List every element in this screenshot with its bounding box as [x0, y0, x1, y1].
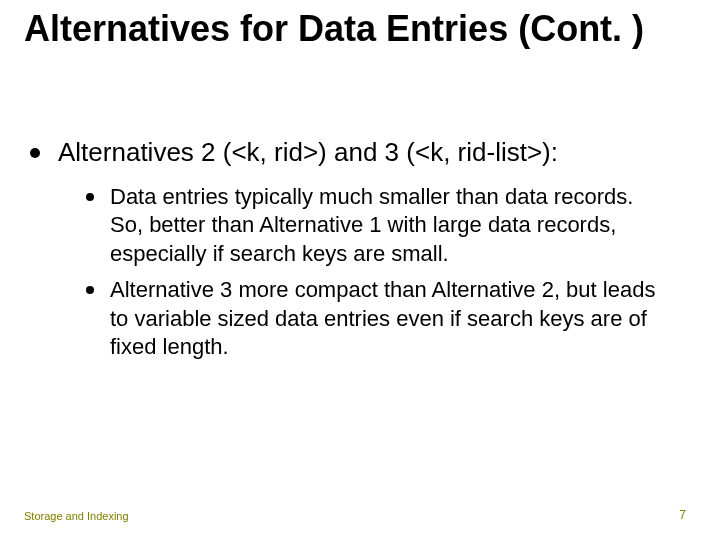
bullet-level2-text: Alternative 3 more compact than Alternat… [110, 276, 670, 362]
bullet-level2: Data entries typically much smaller than… [86, 183, 690, 269]
bullet-level1: Alternatives 2 (<k, rid>) and 3 (<k, rid… [30, 136, 690, 169]
bullet-level1-text: Alternatives 2 (<k, rid>) and 3 (<k, rid… [58, 136, 558, 169]
page-number: 7 [679, 508, 686, 522]
bullet-level2: Alternative 3 more compact than Alternat… [86, 276, 690, 362]
bullet-level2-text: Data entries typically much smaller than… [110, 183, 670, 269]
slide: Alternatives for Data Entries (Cont. ) A… [0, 0, 720, 540]
bullet-dot-icon [86, 193, 94, 201]
bullet-level2-group: Data entries typically much smaller than… [86, 183, 690, 363]
bullet-dot-icon [30, 148, 40, 158]
slide-body: Alternatives 2 (<k, rid>) and 3 (<k, rid… [30, 136, 690, 370]
slide-title: Alternatives for Data Entries (Cont. ) [24, 8, 696, 49]
footer-text: Storage and Indexing [24, 510, 129, 522]
bullet-dot-icon [86, 286, 94, 294]
